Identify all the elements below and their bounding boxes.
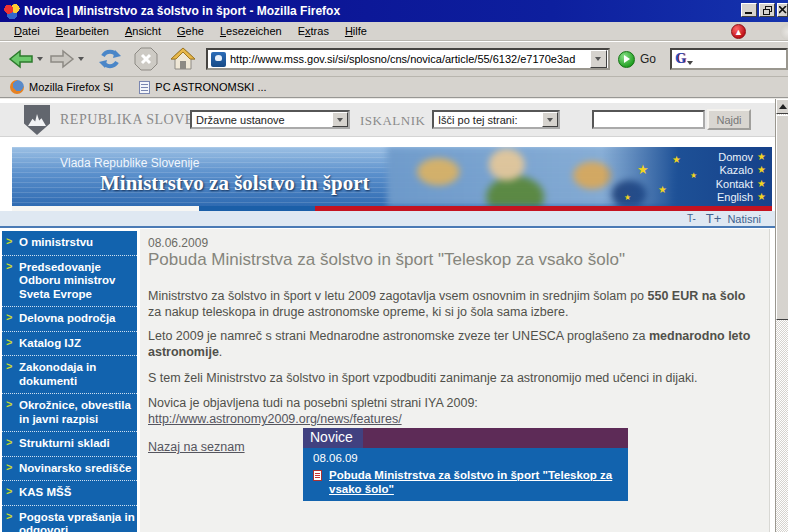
iskalnik-label: ISKALNIK: [360, 113, 425, 129]
back-dropdown-icon[interactable]: [37, 57, 43, 61]
close-icon: [779, 6, 787, 14]
sidebar-item-o-ministrstvu[interactable]: >O ministrstvu: [2, 231, 137, 256]
banner-links: Domov ★ Kazalo ★ Kontakt ★ English ★: [716, 150, 766, 204]
sidebar-item-okroznice[interactable]: >Okrožnice, obvestila in javni razpisi: [2, 394, 137, 432]
najdi-button[interactable]: Najdi: [707, 109, 751, 130]
restore-button[interactable]: [759, 3, 775, 17]
sidebar-item-delovna-podrocja[interactable]: >Delovna področja: [2, 307, 137, 332]
window-title: Novica | Ministrstvo za šolstvo in šport…: [24, 4, 340, 18]
article-paragraph-2: Leto 2009 je namreč s strani Mednarodne …: [148, 328, 760, 360]
sidebar-item-pogosta-vprasanja[interactable]: >Pogosta vprašanja in odgovori: [2, 506, 137, 532]
forward-button[interactable]: [47, 45, 77, 73]
bookmark-mozilla-firefox-si[interactable]: Mozilla Firefox SI: [10, 80, 113, 94]
novice-title: Novice: [303, 428, 363, 448]
astronomy2009-link[interactable]: http://www.astronomy2009.org/news/featur…: [148, 412, 402, 426]
star-icon: ★: [757, 179, 766, 189]
ministry-banner: ★ ★ ★ ★ ★ Vlada Republike Slovenije Mini…: [12, 147, 772, 206]
eu-star-icon: ★: [658, 185, 667, 195]
back-button[interactable]: [6, 45, 36, 73]
url-dropdown-button[interactable]: [590, 50, 607, 68]
google-search-box[interactable]: G: [670, 48, 788, 70]
eu-star-icon: ★: [690, 171, 697, 181]
sidebar-navigation: >O ministrstvu >Predsedovanje Odboru min…: [2, 231, 137, 532]
article-title: Pobuda Ministrstva za šolstvo in šport "…: [148, 250, 758, 270]
reload-button[interactable]: [96, 45, 124, 73]
menu-bar: Datei Bearbeiten Ansicht Gehe Lesezeiche…: [0, 22, 788, 41]
article-date: 08.06.2009: [148, 236, 208, 250]
stop-button[interactable]: [132, 45, 160, 73]
google-search-input[interactable]: [693, 53, 788, 65]
text-smaller-button[interactable]: T-: [687, 213, 696, 224]
back-icon: [8, 48, 34, 70]
scroll-up-icon: [779, 104, 787, 109]
bookmark-pc-astronomski[interactable]: PC ASTRONOMSKI ...: [139, 81, 266, 94]
google-logo-icon[interactable]: G: [675, 51, 693, 67]
navigation-toolbar: Go G: [0, 41, 788, 77]
novice-box: Novice 08.06.09 Pobuda Ministrstva za šo…: [303, 428, 628, 501]
update-notification-icon[interactable]: ▲: [731, 24, 746, 39]
sidebar-item-kas-mss[interactable]: >KAS MŠŠ: [2, 481, 137, 506]
coat-of-arms-icon: [24, 105, 50, 135]
menu-lesezeichen[interactable]: Lesezeichen: [212, 23, 290, 39]
banner-link-domov[interactable]: Domov ★: [716, 150, 766, 164]
sidebar-item-strukturni-skladi[interactable]: >Strukturni skladi: [2, 432, 137, 457]
ministry-title: Ministrstvo za šolstvo in šport: [100, 171, 370, 196]
arrow-icon: >: [6, 485, 12, 499]
arrow-icon: >: [6, 360, 12, 374]
go-icon[interactable]: [618, 51, 635, 68]
menu-ansicht[interactable]: Ansicht: [117, 23, 169, 39]
browser-window: Novica | Ministrstvo za šolstvo in šport…: [0, 0, 788, 532]
menu-extras[interactable]: Extras: [290, 23, 337, 39]
banner-link-english[interactable]: English ★: [716, 191, 766, 205]
print-bar: T- T+ Natisni: [0, 211, 775, 228]
scroll-up-button[interactable]: [776, 99, 788, 114]
throbber-icon: [780, 24, 788, 40]
url-input[interactable]: [230, 53, 590, 65]
menu-gehe[interactable]: Gehe: [169, 23, 212, 39]
institutions-dropdown[interactable]: Državne ustanove: [190, 110, 350, 129]
article-paragraph-1: Ministrstvo za šolstvo in šport v letu 2…: [148, 288, 760, 320]
government-label: Vlada Republike Slovenije: [60, 156, 199, 170]
bookmarks-toolbar: Mozilla Firefox SI PC ASTRONOMSKI ...: [0, 77, 788, 99]
menu-bearbeiten[interactable]: Bearbeiten: [48, 23, 117, 39]
forward-dropdown-icon[interactable]: [78, 57, 84, 61]
sidebar-item-novinarsko-sredisce[interactable]: >Novinarsko središče: [2, 457, 137, 482]
site-search-input[interactable]: [592, 110, 705, 129]
dropdown-arrow-icon[interactable]: [542, 112, 558, 127]
sidebar-item-predsedovanje[interactable]: >Predsedovanje Odboru ministrov Sveta Ev…: [2, 256, 137, 308]
arrow-icon: >: [6, 510, 12, 524]
banner-link-kazalo[interactable]: Kazalo ★: [716, 164, 766, 178]
eu-star-icon: ★: [624, 193, 631, 203]
sidebar-item-katalog-ijz[interactable]: >Katalog IJZ: [2, 332, 137, 357]
close-button[interactable]: [777, 3, 788, 17]
arrow-icon: >: [6, 398, 12, 412]
back-to-list-link[interactable]: Nazaj na seznam: [148, 440, 245, 454]
page-content: REPUBLIKA SLOVENIJA Državne ustanove ISK…: [0, 99, 775, 532]
eu-star-icon: ★: [637, 165, 649, 175]
dropdown-arrow-icon[interactable]: [332, 112, 348, 127]
arrow-icon: >: [6, 436, 12, 450]
menu-hilfe[interactable]: Hilfe: [337, 23, 375, 39]
arrow-icon: >: [6, 461, 12, 475]
site-favicon: [211, 52, 226, 67]
article-panel: 08.06.2009 Pobuda Ministrstva za šolstvo…: [140, 229, 770, 532]
sidebar-item-zakonodaja[interactable]: >Zakonodaja in dokumenti: [2, 356, 137, 394]
minimize-icon: [745, 6, 753, 14]
mozilla-app-icon: [4, 4, 20, 19]
text-larger-button[interactable]: T+: [706, 211, 722, 226]
novice-article-link[interactable]: Pobuda Ministrstva za šolstvo in šport "…: [329, 468, 620, 496]
search-scope-dropdown[interactable]: Išči po tej strani:: [432, 110, 560, 129]
novice-date: 08.06.09: [313, 452, 620, 464]
home-button[interactable]: [168, 45, 198, 73]
url-bar[interactable]: [206, 48, 610, 70]
minimize-button[interactable]: [741, 3, 757, 17]
go-button[interactable]: Go: [640, 52, 656, 66]
natisni-print-link[interactable]: Natisni: [727, 213, 761, 225]
article-paragraph-4: Novica je objavljena tudi na posebni spl…: [148, 395, 760, 427]
article-paragraph-3: S tem želi Ministrstvo za šolstvo in špo…: [148, 370, 760, 386]
vertical-scrollbar[interactable]: [775, 99, 788, 532]
banner-link-kontakt[interactable]: Kontakt ★: [716, 177, 766, 191]
scrollbar-thumb[interactable]: [776, 115, 788, 320]
novice-header: Novice: [303, 428, 628, 448]
menu-datei[interactable]: Datei: [6, 23, 48, 39]
